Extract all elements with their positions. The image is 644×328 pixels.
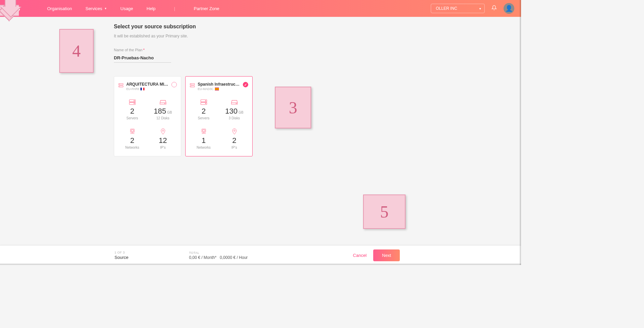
nav-divider: | — [174, 6, 175, 11]
plan-name-label: Name of the Plan* — [114, 48, 417, 52]
stat-servers: 2 Servers — [190, 99, 218, 120]
svg-point-7 — [134, 103, 134, 104]
disk-icon — [149, 99, 177, 106]
svg-rect-9 — [130, 129, 134, 132]
svg-point-6 — [134, 100, 134, 101]
nav-partner-zone[interactable]: Partner Zone — [194, 6, 219, 11]
organisation-selector[interactable]: OLLER INC — [431, 4, 485, 13]
stat-servers: 2 Servers — [118, 99, 146, 120]
plan-name-input[interactable] — [114, 53, 171, 63]
notifications-icon[interactable] — [491, 5, 497, 12]
ip-icon — [149, 128, 177, 135]
user-avatar[interactable]: 👤 — [504, 3, 514, 14]
svg-point-20 — [236, 103, 236, 103]
svg-rect-10 — [131, 130, 133, 131]
main-nav: Organisation Services ▼ Usage Help | Par… — [47, 6, 219, 11]
nav-services[interactable]: Services ▼ — [86, 6, 107, 11]
servers-icon — [190, 99, 218, 106]
card-region: EU-PAR8 — [126, 87, 169, 91]
flag-france-icon — [140, 88, 144, 90]
svg-point-8 — [164, 103, 165, 103]
footer-step-indicator: 1 OF 3 Source — [115, 251, 128, 260]
server-icon — [118, 83, 124, 89]
nav-organisation[interactable]: Organisation — [47, 6, 72, 11]
page-title: Select your source subscription — [114, 24, 417, 30]
chevron-down-icon: ▼ — [104, 7, 107, 10]
annotation-callout-5: 5 — [363, 195, 406, 229]
subscription-card[interactable]: ARQUITECTURA MICRO... EU-PAR8 2 Servers … — [114, 76, 181, 156]
svg-point-18 — [205, 100, 206, 101]
card-region: EU-MAD3C — [198, 87, 240, 91]
card-radio-checked[interactable] — [243, 82, 248, 87]
svg-point-3 — [120, 86, 120, 87]
subscription-cards: ARQUITECTURA MICRO... EU-PAR8 2 Servers … — [114, 76, 417, 156]
svg-point-14 — [191, 84, 191, 84]
network-icon — [118, 128, 146, 135]
stat-ips: 12 IP's — [149, 128, 177, 149]
stat-networks: 2 Networks — [118, 128, 146, 149]
stat-ips: 2 IP's — [220, 128, 248, 149]
svg-point-11 — [162, 130, 163, 131]
nav-help[interactable]: Help — [147, 6, 156, 11]
svg-point-23 — [233, 130, 235, 131]
stat-networks: 1 Networks — [190, 128, 218, 149]
topbar: Organisation Services ▼ Usage Help | Par… — [0, 0, 521, 17]
page-subtitle: It will be established as your Primary s… — [114, 34, 417, 38]
footer-total: TOTAL 0,00 € / Month* 0,0000 € / Hour — [189, 251, 248, 260]
annotation-callout-3: 3 — [275, 87, 311, 128]
ip-icon — [220, 128, 248, 135]
server-icon — [190, 83, 195, 89]
svg-point-19 — [205, 103, 206, 104]
svg-point-15 — [191, 86, 191, 87]
card-title: Spanish Infraestructure — [198, 82, 240, 87]
servers-icon — [118, 99, 146, 106]
stat-disks: 185GB 12 Disks — [149, 99, 177, 120]
stat-disks: 130GB 3 Disks — [220, 99, 248, 120]
network-icon — [190, 128, 218, 135]
next-button[interactable]: Next — [373, 249, 400, 261]
cancel-button[interactable]: Cancel — [353, 253, 366, 258]
nav-usage[interactable]: Usage — [121, 6, 133, 11]
svg-rect-22 — [202, 130, 205, 131]
disk-icon — [220, 99, 248, 106]
svg-point-2 — [120, 84, 120, 84]
svg-rect-21 — [202, 129, 205, 132]
subscription-card-selected[interactable]: Spanish Infraestructure EU-MAD3C 2 Serve… — [185, 76, 253, 156]
flag-spain-icon — [215, 88, 219, 90]
card-title: ARQUITECTURA MICRO... — [126, 82, 169, 87]
footer-bar: 1 OF 3 Source TOTAL 0,00 € / Month* 0,00… — [0, 245, 521, 265]
card-radio[interactable] — [171, 82, 177, 87]
annotation-callout-4: 4 — [59, 29, 94, 73]
